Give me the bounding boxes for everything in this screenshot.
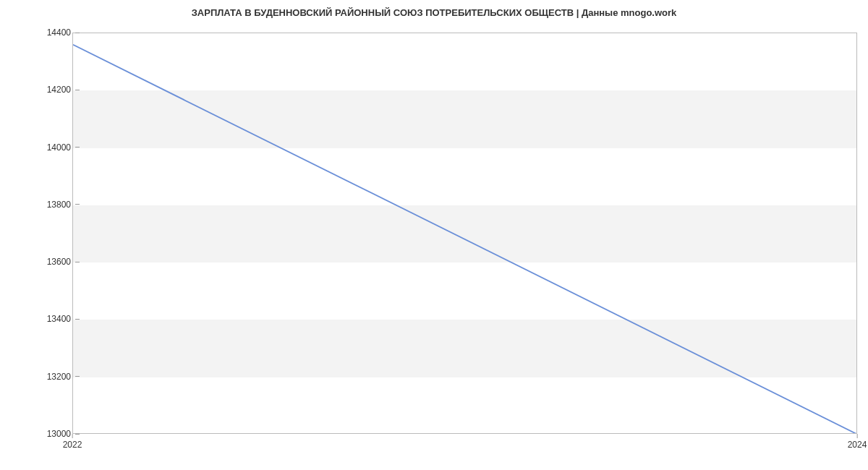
y-tick-mark (75, 376, 80, 377)
y-tick-label: 14400 (47, 27, 71, 38)
y-tick-mark (75, 204, 80, 205)
y-tick: 13600 (47, 257, 80, 267)
x-tick-label: 2024 (848, 440, 867, 450)
plot-area (72, 33, 857, 434)
y-tick-label: 13800 (47, 200, 71, 210)
x-tick: 2022 (63, 434, 82, 450)
y-tick: 13400 (47, 314, 80, 324)
x-tick: 2024 (848, 434, 867, 450)
y-tick-mark (75, 147, 80, 148)
y-tick: 14200 (47, 85, 80, 95)
y-tick: 14400 (47, 27, 80, 38)
y-tick-mark (75, 319, 80, 320)
y-tick-mark (75, 90, 80, 90)
x-tick-mark (72, 434, 72, 438)
y-tick-label: 13400 (47, 314, 71, 324)
y-tick: 13800 (47, 200, 80, 210)
y-tick-label: 14200 (47, 85, 71, 95)
x-tick-mark (856, 434, 857, 438)
chart-title: ЗАРПЛАТА В БУДЕННОВСКИЙ РАЙОННЫЙ СОЮЗ ПО… (0, 7, 868, 18)
y-tick: 13200 (47, 372, 80, 382)
y-tick-label: 14000 (47, 142, 71, 153)
svg-line-0 (73, 45, 857, 434)
y-tick-label: 13600 (47, 257, 71, 267)
chart-line (73, 33, 857, 434)
x-tick-label: 2022 (63, 440, 82, 450)
y-tick-mark (75, 262, 80, 262)
y-tick-mark (75, 33, 80, 33)
chart-container (72, 33, 857, 434)
y-tick-label: 13200 (47, 372, 71, 382)
y-tick: 14000 (47, 142, 80, 153)
